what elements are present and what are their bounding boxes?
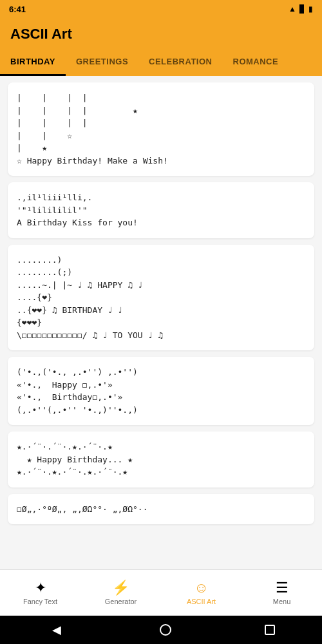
battery-icon: ▮ bbox=[308, 5, 313, 14]
nav-ascii-art[interactable]: ☺ ASCII Art bbox=[161, 570, 242, 616]
tab-bar: BIRTHDAY GREETINGS CELEBRATION ROMANCE bbox=[0, 49, 322, 76]
signal-icon: ▊ bbox=[299, 5, 305, 14]
nav-menu-label: Menu bbox=[273, 598, 291, 605]
ascii-card-1: | | | | | | | | ★ | | | | | | ☆ | ★ ☆ Ha… bbox=[8, 82, 314, 176]
bottom-nav: ✦ Fancy Text ⚡ Generator ☺ ASCII Art ☰ M… bbox=[0, 569, 322, 616]
ascii-art-5: ★.·´¨·.´¨·.★.·´¨·.★ ★ Happy Birthday... … bbox=[17, 440, 305, 478]
nav-menu[interactable]: ☰ Menu bbox=[242, 570, 322, 616]
nav-generator-label: Generator bbox=[105, 598, 137, 605]
ascii-card-6: ◻Ø„,·°ºØ„, „,ØΩ°°· „,ØΩ°·· bbox=[8, 494, 314, 525]
ascii-card-4: ('•.,('•., ,.•'') ,.•'') «'•., Happy ◻,.… bbox=[8, 357, 314, 425]
home-button[interactable] bbox=[160, 624, 171, 636]
ascii-art-4: ('•.,('•., ,.•'') ,.•'') «'•., Happy ◻,.… bbox=[17, 366, 305, 416]
tab-celebration[interactable]: CELEBRATION bbox=[138, 49, 222, 76]
generator-icon: ⚡ bbox=[112, 581, 129, 595]
ascii-art-1: | | | | | | | | ★ | | | | | | ☆ | ★ ☆ Ha… bbox=[17, 91, 305, 167]
recent-button[interactable] bbox=[265, 625, 275, 635]
ascii-art-3: ........) ........(;) .....~.| |~ ♩ ♫ HA… bbox=[17, 254, 305, 342]
system-bar: ◀ bbox=[0, 616, 322, 644]
status-bar: 6:41 ▲ ▊ ▮ bbox=[0, 0, 322, 18]
nav-fancy-text-label: Fancy Text bbox=[23, 598, 57, 605]
ascii-card-3: ........) ........(;) .....~.| |~ ♩ ♫ HA… bbox=[8, 245, 314, 351]
ascii-art-6: ◻Ø„,·°ºØ„, „,ØΩ°°· „,ØΩ°·· bbox=[17, 503, 305, 516]
back-button[interactable]: ◀ bbox=[47, 623, 66, 636]
status-icons: ▲ ▊ ▮ bbox=[289, 5, 313, 14]
tab-birthday[interactable]: BIRTHDAY bbox=[0, 49, 66, 76]
nav-generator[interactable]: ⚡ Generator bbox=[80, 570, 161, 616]
nav-ascii-art-label: ASCII Art bbox=[187, 598, 216, 605]
content-area: | | | | | | | | ★ | | | | | | ☆ | ★ ☆ Ha… bbox=[0, 76, 322, 608]
ascii-art-2: .,il¹liii¹lli,. '"¹lilililil'" A Birthda… bbox=[17, 191, 305, 229]
menu-icon: ☰ bbox=[276, 581, 289, 595]
nav-fancy-text[interactable]: ✦ Fancy Text bbox=[0, 570, 80, 616]
wifi-icon: ▲ bbox=[289, 5, 296, 14]
fancy-text-icon: ✦ bbox=[35, 581, 46, 595]
page-title: ASCII Art bbox=[10, 26, 312, 49]
header: ASCII Art bbox=[0, 18, 322, 49]
tab-greetings[interactable]: GREETINGS bbox=[66, 49, 138, 76]
ascii-art-icon: ☺ bbox=[194, 581, 208, 595]
status-time: 6:41 bbox=[9, 5, 26, 14]
ascii-card-5: ★.·´¨·.´¨·.★.·´¨·.★ ★ Happy Birthday... … bbox=[8, 431, 314, 488]
ascii-card-2: .,il¹liii¹lli,. '"¹lilililil'" A Birthda… bbox=[8, 182, 314, 238]
tab-romance[interactable]: ROMANCE bbox=[223, 49, 289, 76]
